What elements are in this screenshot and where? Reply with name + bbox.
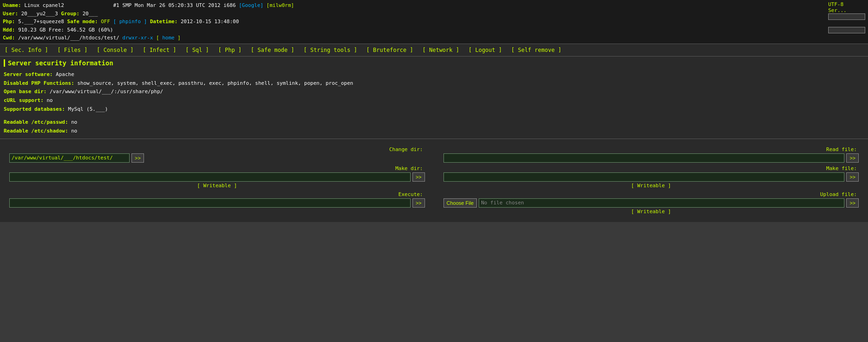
software-row: Server software: Apache	[4, 70, 864, 79]
execute-btn[interactable]: >>	[412, 198, 425, 208]
file-name-display: No file chosen	[479, 198, 844, 208]
server-input-2[interactable]	[828, 27, 865, 33]
cwd-perms-link[interactable]: drwxr-xr-x	[122, 35, 153, 41]
nav-php[interactable]: [ Php ]	[213, 46, 246, 54]
read-file-group: Read file: >>	[443, 146, 859, 163]
disabled-row: Disabled PHP Functions: show_source, sys…	[4, 79, 864, 88]
make-dir-group: Make dir: >> [ Writeable ]	[9, 165, 425, 189]
execute-label: Execute:	[9, 191, 425, 197]
encoding-label: UTF-8	[828, 1, 843, 7]
make-dir-label: Make dir:	[9, 165, 425, 171]
execute-group: Execute: >>	[9, 191, 425, 208]
read-file-row: >>	[443, 153, 859, 163]
nav-sec-info[interactable]: [ Sec. Info ]	[0, 46, 53, 54]
top-right-panel: UTF-8 Ser...	[828, 1, 865, 34]
file-input-wrapper: Choose File No file chosen	[443, 198, 845, 208]
milw0rm-link: [milw0rm]	[267, 2, 294, 8]
make-dir-row: >>	[9, 172, 425, 182]
user-label: User:	[3, 11, 21, 17]
nav-bruteforce[interactable]: [ Bruteforce ]	[362, 46, 418, 54]
hdd-label: Hdd:	[3, 27, 18, 33]
nav-sql[interactable]: [ Sql ]	[181, 46, 214, 54]
change-dir-group: Change dir: >>	[9, 146, 425, 163]
curl-val: no	[47, 97, 53, 103]
read-file-btn[interactable]: >>	[846, 153, 859, 163]
make-dir-btn[interactable]: >>	[412, 172, 425, 182]
server-info-header: Server security information	[4, 59, 864, 67]
writeable-label-1: [ Writeable ]	[9, 183, 425, 189]
lower-background	[0, 222, 868, 342]
passwd-row: Readable /etc/passwd: no	[4, 118, 864, 127]
change-dir-label: Change dir:	[9, 146, 425, 152]
group-label: Group:	[61, 11, 82, 17]
databases-row: Supported databases: MySql (5.___)	[4, 105, 864, 114]
google-link[interactable]: [Google]	[239, 2, 263, 8]
nav-console[interactable]: [ Console ]	[92, 46, 138, 54]
hdd-value: 910.23 GB Free: 546.52 GB (60%)	[18, 27, 113, 33]
openbase-key: Open base dir:	[4, 89, 50, 95]
shadow-val: no	[71, 128, 77, 134]
writeable-label-3: [ Writeable ]	[443, 209, 859, 215]
upload-btn[interactable]: >>	[846, 198, 859, 208]
safe-mode-label: Safe mode:	[67, 19, 101, 25]
software-key: Server software:	[4, 71, 56, 77]
change-dir-btn[interactable]: >>	[131, 153, 144, 163]
bottom-panel: Change dir: >> Make dir: >> [ Writeable …	[0, 139, 868, 222]
software-val: Apache	[56, 71, 75, 77]
make-file-btn[interactable]: >>	[846, 172, 859, 182]
hdd-line: Hdd: 910.23 GB Free: 546.52 GB (60%)	[3, 26, 865, 34]
shadow-row: Readable /etc/shadow: no	[4, 127, 864, 136]
execute-row: >>	[9, 198, 425, 208]
main-content: Server security information Server softw…	[0, 57, 868, 139]
uname-label: Uname:	[3, 2, 21, 8]
change-dir-input[interactable]	[9, 153, 130, 163]
shadow-key: Readable /etc/shadow:	[4, 128, 71, 134]
safe-mode-value: OFF	[101, 19, 113, 25]
cwd-value: /var/www/virtual/___/htdocs/test/	[18, 35, 122, 41]
nav-files[interactable]: [ Files ]	[53, 46, 92, 54]
user-line: User: 20___yu2___3 Group: 20___	[3, 10, 865, 18]
uname-line: Uname: Linux cpanel2 #1 SMP Mon Mar 26 0…	[3, 1, 865, 10]
server-label: Ser...	[828, 7, 847, 13]
php-value: 5.___7+squeeze8	[18, 19, 67, 25]
make-file-input[interactable]	[443, 172, 845, 182]
group-value: 20___	[82, 11, 98, 17]
upload-file-row: Choose File No file chosen >>	[443, 198, 859, 208]
nav-safe-mode[interactable]: [ Safe mode ]	[246, 46, 299, 54]
disabled-val: show_source, system, shell_exec, passthr…	[77, 80, 353, 86]
right-panel: Read file: >> Make file: >> [ Writeable …	[443, 146, 859, 215]
nav-self-remove[interactable]: [ Self remove ]	[506, 46, 566, 54]
upload-file-group: Upload file: Choose File No file chosen …	[443, 191, 859, 215]
php-label: Php:	[3, 19, 18, 25]
read-file-input[interactable]	[443, 153, 845, 163]
nav-logout[interactable]: [ Logout ]	[464, 46, 506, 54]
choose-file-btn[interactable]: Choose File	[443, 198, 477, 208]
php-line: Php: 5.___7+squeeze8 Safe mode: OFF [ ph…	[3, 18, 865, 26]
disabled-key: Disabled PHP Functions:	[4, 80, 77, 86]
nav-bar: [ Sec. Info ] [ Files ] [ Console ] [ In…	[0, 44, 868, 57]
make-file-row: >>	[443, 172, 859, 182]
nav-string-tools[interactable]: [ String tools ]	[299, 46, 362, 54]
user-value: 20___yu2___3	[21, 11, 61, 17]
nav-infect[interactable]: [ Infect ]	[138, 46, 181, 54]
server-input-1[interactable]	[828, 13, 865, 20]
home-link[interactable]: home	[162, 35, 175, 41]
uname-value: Linux cpanel2 #1 SMP Mon Mar 26 05:20:33…	[24, 2, 239, 8]
datetime-value: 2012-10-15 13:48:00	[181, 19, 239, 25]
execute-input[interactable]	[9, 198, 411, 208]
make-dir-input[interactable]	[9, 172, 411, 182]
openbase-val: /var/www/virtual/___/:/usr/share/php/	[50, 89, 163, 95]
nav-network[interactable]: [ Network ]	[418, 46, 464, 54]
change-dir-row: >>	[9, 153, 425, 163]
passwd-key: Readable /etc/passwd:	[4, 119, 71, 125]
upload-file-label: Upload file:	[443, 191, 859, 197]
writeable-label-2: [ Writeable ]	[443, 183, 859, 189]
databases-val: MySql (5.___)	[68, 106, 108, 112]
datetime-label: Datetime:	[150, 19, 181, 25]
passwd-val: no	[71, 119, 77, 125]
phpinfo-link[interactable]: [ phpinfo ]	[113, 19, 147, 25]
curl-key: cURL support:	[4, 97, 47, 103]
read-file-label: Read file:	[443, 146, 859, 152]
cwd-label: Cwd:	[3, 35, 18, 41]
home-link-bracket2: ]	[178, 35, 181, 41]
